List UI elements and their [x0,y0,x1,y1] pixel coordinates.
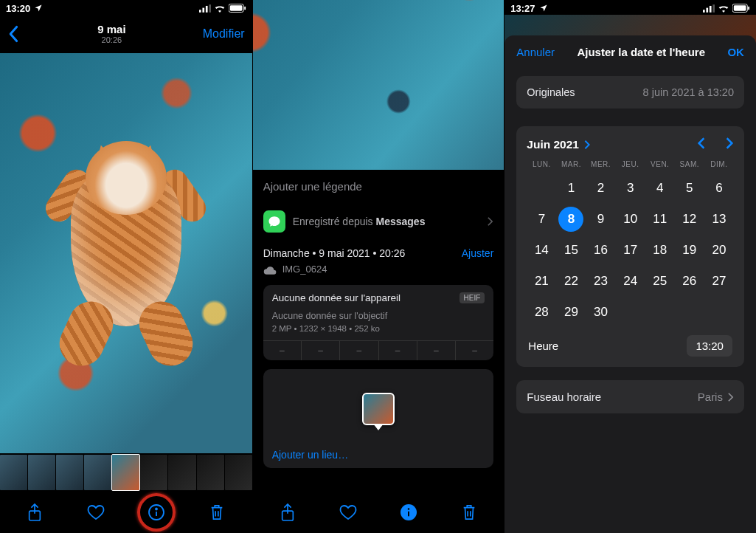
thumbnail[interactable] [84,455,111,490]
add-location-button[interactable]: Ajouter un lieu… [272,449,349,461]
time-picker[interactable]: 13:20 [687,335,732,357]
calendar-day[interactable]: 17 [616,235,645,266]
calendar-day[interactable]: 19 [675,235,704,266]
thumbnail[interactable] [225,455,252,490]
location-card[interactable]: Ajouter un lieu… [263,369,494,468]
thumbnail[interactable] [0,455,27,490]
calendar-day[interactable]: 11 [645,204,675,235]
back-button[interactable] [7,25,21,43]
calendar-day[interactable]: 27 [704,266,734,297]
info-button-active[interactable] [392,496,425,529]
calendar-day[interactable]: 5 [675,173,704,204]
calendar-day[interactable]: 12 [675,204,704,235]
calendar-day[interactable]: 14 [527,235,556,266]
svg-rect-5 [230,5,243,10]
source-row[interactable]: Enregistré depuis Messages [253,203,504,240]
ok-button[interactable]: OK [727,46,744,58]
favorite-button[interactable] [80,496,112,529]
thumbnail[interactable] [197,455,224,490]
screen-photo-view: 13:20 9 mai 20:26 Modifier [0,0,252,533]
bottom-toolbar [253,492,504,533]
originals-label: Originales [527,86,575,98]
battery-icon [229,4,246,13]
chevron-right-icon [727,392,734,402]
share-button[interactable] [18,496,51,529]
calendar-day[interactable]: 9 [586,204,616,235]
svg-rect-21 [748,7,749,10]
calendar-day[interactable]: 13 [704,204,734,235]
calendar-day[interactable]: 1 [556,173,586,204]
status-time: 13:20 [6,3,30,14]
weekday-header: LUN. MAR. MER. JEU. VEN. SAM. DIM. [527,160,734,168]
lens-missing-label: Aucune donnée sur l'objectif [263,311,494,324]
thumbnail[interactable] [28,455,55,490]
chevron-right-icon [583,140,591,150]
cellular-icon [703,4,715,13]
calendar-day[interactable]: 20 [704,235,734,266]
photo-preview[interactable] [253,0,504,170]
caption-input[interactable]: Ajouter une légende [253,170,504,203]
calendar-day[interactable]: 10 [616,204,645,235]
cloud-icon [263,264,277,275]
exif-grid: – – – – – – [263,340,494,360]
svg-rect-14 [408,512,409,517]
thumbnail[interactable] [168,455,195,490]
delete-button[interactable] [201,496,233,529]
svg-rect-1 [202,7,204,12]
calendar-day[interactable]: 29 [556,297,586,328]
calendar-day[interactable]: 28 [527,297,556,328]
calendar-day[interactable]: 30 [586,297,616,328]
battery-icon [732,4,750,13]
calendar-day[interactable]: 2 [586,173,616,204]
thumbnail[interactable] [140,455,167,490]
svg-rect-16 [706,7,708,12]
share-button[interactable] [271,496,304,529]
calendar-day[interactable]: 4 [645,173,675,204]
svg-rect-20 [734,5,746,10]
file-row: IMG_0624 [253,262,504,285]
calendar-day[interactable]: 22 [556,266,586,297]
thumbnail[interactable] [56,455,83,490]
delete-button[interactable] [453,496,485,529]
calendar-day[interactable]: 21 [527,266,556,297]
photo-viewport[interactable] [0,53,252,453]
favorite-button[interactable] [332,496,364,529]
svg-rect-2 [206,5,208,12]
adjust-date-button[interactable]: Ajuster [462,247,494,259]
wifi-icon [718,4,729,13]
timezone-value: Paris [698,391,723,403]
calendar-day[interactable]: 24 [616,266,645,297]
cancel-button[interactable]: Annuler [516,46,555,58]
timezone-label: Fuseau horaire [527,391,601,403]
edit-button[interactable]: Modifier [203,27,245,41]
chevron-right-icon [487,216,493,227]
calendar-day[interactable]: 7 [527,204,556,235]
calendar-day[interactable]: 18 [645,235,675,266]
timezone-row[interactable]: Fuseau horaire Paris [516,380,744,413]
cellular-icon [199,4,211,13]
calendar-day[interactable]: 25 [645,266,675,297]
calendar-day[interactable]: 15 [556,235,586,266]
wifi-icon [214,4,226,13]
thumbnail-selected[interactable] [112,455,139,490]
calendar-day[interactable]: 16 [586,235,616,266]
info-button[interactable] [140,496,173,529]
calendar-grid[interactable]: 1234567891011121314151617181920212223242… [527,173,734,328]
location-arrow-icon [34,4,43,13]
calendar-day[interactable]: 8 [556,204,586,235]
calendar-day[interactable]: 23 [586,266,616,297]
calendar-day[interactable]: 26 [675,266,704,297]
calendar-day[interactable]: 3 [616,173,645,204]
svg-rect-17 [710,5,712,12]
month-picker[interactable]: Juin 2021 [527,138,591,151]
svg-point-13 [408,508,410,510]
prev-month-button[interactable] [697,137,706,153]
screen-adjust-date: 13:27 Annuler Ajuster la date et l'heure… [504,0,756,533]
nav-title: 9 mai 20:26 [97,23,125,45]
calendar-day[interactable]: 6 [704,173,734,204]
location-thumbnail [362,393,395,425]
date-adjust-sheet: Annuler Ajuster la date et l'heure OK Or… [504,35,756,533]
status-bar: 13:20 [0,0,252,15]
next-month-button[interactable] [725,137,734,153]
thumbnail-strip[interactable] [0,453,252,492]
